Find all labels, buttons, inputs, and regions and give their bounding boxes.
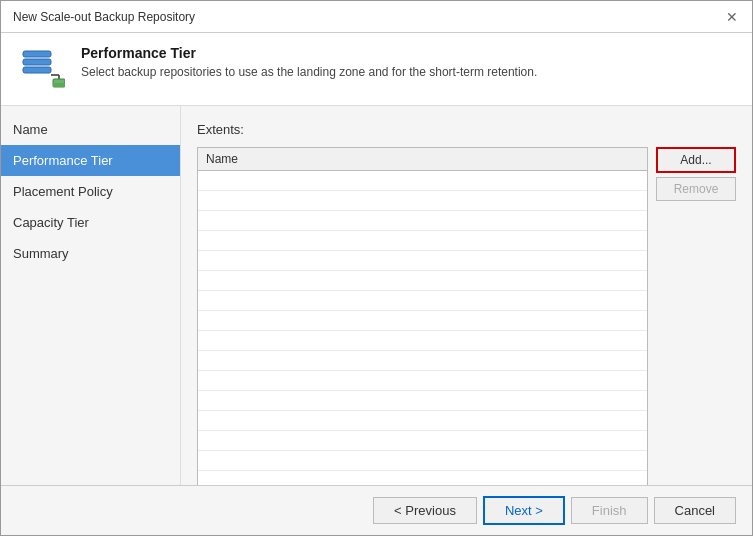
table-row xyxy=(198,471,647,485)
sidebar-item-performance-tier[interactable]: Performance Tier xyxy=(1,145,180,176)
table-row xyxy=(198,191,647,211)
content: Name Performance Tier Placement Policy C… xyxy=(1,106,752,485)
footer: < Previous Next > Finish Cancel xyxy=(1,485,752,535)
table-row xyxy=(198,171,647,191)
finish-button[interactable]: Finish xyxy=(571,497,648,524)
performance-tier-icon xyxy=(17,45,65,93)
header-description: Select backup repositories to use as the… xyxy=(81,65,537,79)
svg-rect-6 xyxy=(53,83,65,87)
add-button[interactable]: Add... xyxy=(656,147,736,173)
header-section: Performance Tier Select backup repositor… xyxy=(1,33,752,106)
header-text: Performance Tier Select backup repositor… xyxy=(81,45,537,79)
remove-button[interactable]: Remove xyxy=(656,177,736,201)
svg-rect-2 xyxy=(23,67,51,73)
titlebar: New Scale-out Backup Repository ✕ xyxy=(1,1,752,33)
main-content: Extents: Name xyxy=(181,106,752,485)
sidebar-item-placement-policy[interactable]: Placement Policy xyxy=(1,176,180,207)
table-row xyxy=(198,271,647,291)
cancel-button[interactable]: Cancel xyxy=(654,497,736,524)
table-row xyxy=(198,351,647,371)
svg-rect-0 xyxy=(23,51,51,57)
table-row xyxy=(198,411,647,431)
table-row xyxy=(198,311,647,331)
table-row xyxy=(198,231,647,251)
sidebar-item-name[interactable]: Name xyxy=(1,114,180,145)
header-title: Performance Tier xyxy=(81,45,537,61)
extents-area: Name xyxy=(197,147,736,485)
dialog-title: New Scale-out Backup Repository xyxy=(13,10,195,24)
titlebar-left: New Scale-out Backup Repository xyxy=(13,10,195,24)
next-button[interactable]: Next > xyxy=(483,496,565,525)
extents-buttons: Add... Remove xyxy=(656,147,736,485)
table-row xyxy=(198,451,647,471)
dialog: New Scale-out Backup Repository ✕ Perfor… xyxy=(0,0,753,536)
table-body xyxy=(198,171,647,485)
table-row xyxy=(198,371,647,391)
sidebar-item-summary[interactable]: Summary xyxy=(1,238,180,269)
sidebar: Name Performance Tier Placement Policy C… xyxy=(1,106,181,485)
table-row xyxy=(198,251,647,271)
table-row xyxy=(198,291,647,311)
table-row xyxy=(198,211,647,231)
table-row xyxy=(198,331,647,351)
extents-label: Extents: xyxy=(197,122,736,137)
table-row xyxy=(198,431,647,451)
extents-table: Name xyxy=(197,147,648,485)
close-icon[interactable]: ✕ xyxy=(724,9,740,25)
previous-button[interactable]: < Previous xyxy=(373,497,477,524)
sidebar-item-capacity-tier[interactable]: Capacity Tier xyxy=(1,207,180,238)
table-row xyxy=(198,391,647,411)
svg-rect-1 xyxy=(23,59,51,65)
table-column-name: Name xyxy=(198,148,647,171)
